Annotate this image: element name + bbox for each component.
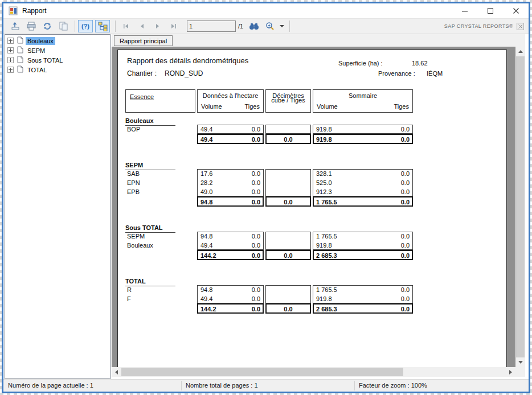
- export-button[interactable]: [8, 20, 23, 32]
- cell-value: 0.0: [215, 170, 260, 178]
- cell-value: 0.0: [361, 286, 410, 294]
- cell-value: 0.0: [361, 179, 410, 187]
- cell-value: 0.0: [361, 199, 410, 206]
- cell-value: 1 765.5: [316, 233, 367, 240]
- scroll-right-button[interactable]: [506, 367, 515, 377]
- parameter-panel-icon: (?): [81, 23, 89, 30]
- chantier-line: Chantier :ROND_SUD: [127, 69, 203, 77]
- document-icon: [17, 46, 23, 55]
- document-icon: [17, 36, 23, 45]
- cell-value: 0.0: [265, 136, 311, 143]
- branding-close-icon[interactable]: [517, 23, 524, 30]
- cell-value: 0.0: [361, 170, 410, 178]
- page-total-label: /1: [238, 23, 243, 30]
- statusbar: Numéro de la page actuelle : 1 Nombre to…: [3, 379, 529, 392]
- expand-icon[interactable]: [7, 67, 14, 73]
- cell-value: 0.0: [361, 136, 410, 143]
- tree-item-label: TOTAL: [26, 66, 48, 74]
- first-page-button[interactable]: [118, 20, 133, 32]
- sidebar-item-sepm[interactable]: SEPM: [5, 46, 110, 55]
- sidebar-item-sous-total[interactable]: Sous TOTAL: [5, 55, 110, 65]
- window-title: Rapport: [22, 7, 47, 15]
- expand-icon[interactable]: [7, 38, 14, 44]
- vertical-scroll-thumb[interactable]: [516, 56, 525, 358]
- scroll-up-button[interactable]: [515, 47, 525, 56]
- sommaire-volume-label: Volume: [317, 103, 338, 110]
- refresh-button[interactable]: [40, 20, 55, 32]
- section-rows: SEPM94.80.01 765.50.0Bouleaux49.40.0919.…: [118, 232, 506, 261]
- cell-value: 0.0: [265, 199, 311, 206]
- decimetres-line2: cube / Tiges: [266, 97, 310, 104]
- previous-page-icon: [138, 23, 145, 30]
- sidebar-item-total[interactable]: TOTAL: [5, 65, 110, 75]
- status-divider: [354, 381, 355, 390]
- chantier-value: ROND_SUD: [165, 69, 203, 77]
- cell-value: 2 685.3: [316, 252, 367, 260]
- status-current-page: Numéro de la page actuelle : 1: [8, 382, 93, 389]
- data-box: [265, 125, 311, 134]
- sommaire-title: Sommaire: [313, 92, 412, 99]
- section-rows: SAB17.60.0328.10.0EPN28.20.0525.00.0EPB4…: [118, 169, 506, 208]
- cell-value: 0.0: [215, 295, 260, 303]
- maximize-button[interactable]: [477, 3, 503, 18]
- scroll-left-button[interactable]: [112, 367, 121, 377]
- cell-value: 2 685.3: [316, 306, 367, 313]
- minimize-icon: [461, 7, 468, 14]
- provenance-label: Provenance :: [378, 70, 415, 77]
- cell-value: 0.0: [361, 295, 410, 303]
- expand-icon[interactable]: [7, 47, 14, 54]
- toggle-group-tree-button[interactable]: [95, 20, 110, 32]
- row-label: Bouleaux: [127, 242, 193, 249]
- print-button[interactable]: [24, 20, 39, 32]
- cell-value: 0.0: [265, 306, 311, 313]
- report-canvas: Rapport des détails dendrométriques Chan…: [112, 47, 515, 367]
- chantier-label: Chantier :: [127, 69, 157, 77]
- page-number-input[interactable]: [187, 20, 236, 32]
- cell-value: 0.0: [361, 306, 410, 313]
- header-decimetres: Décimètres cube / Tiges: [265, 89, 311, 113]
- minimize-button[interactable]: [452, 3, 477, 18]
- last-page-button[interactable]: [166, 20, 181, 32]
- data-box: [265, 285, 311, 303]
- vertical-scrollbar[interactable]: [515, 47, 525, 367]
- horizontal-scrollbar[interactable]: [112, 367, 515, 377]
- cell-value: 919.8: [316, 242, 367, 249]
- app-icon: [9, 6, 18, 15]
- cell-value: 0.0: [361, 188, 410, 196]
- tab-rapport-principal[interactable]: Rapport principal: [114, 35, 173, 46]
- scrollbar-corner: [515, 367, 525, 377]
- row-label: EPB: [127, 188, 193, 195]
- cell-value: 0.0: [215, 252, 260, 260]
- tree-item-label: SEPM: [26, 47, 47, 55]
- cell-value: 328.1: [316, 170, 367, 178]
- report-page: Rapport des détails dendrométriques Chan…: [117, 50, 507, 367]
- scroll-down-button[interactable]: [515, 357, 525, 367]
- zoom-dropdown-caret[interactable]: [280, 25, 284, 27]
- row-label: SEPM: [127, 233, 193, 240]
- find-button[interactable]: [247, 20, 261, 32]
- horizontal-scroll-thumb[interactable]: [121, 368, 403, 376]
- sidebar-item-bouleaux[interactable]: Bouleaux: [5, 36, 110, 46]
- status-divider: [181, 381, 182, 390]
- maximize-icon: [487, 7, 494, 14]
- copy-button[interactable]: [56, 20, 71, 32]
- sommaire-tiges-label: Tiges: [394, 103, 410, 110]
- report-title: Rapport des détails dendrométriques: [127, 56, 248, 65]
- toolbar: (?) /1: [3, 18, 529, 34]
- close-button[interactable]: [503, 3, 529, 18]
- cell-value: 912.3: [316, 188, 367, 196]
- last-page-icon: [170, 23, 177, 30]
- zoom-button[interactable]: [263, 20, 277, 32]
- superficie-value: 18.62: [412, 60, 428, 67]
- binoculars-icon: [249, 22, 259, 30]
- right-arrow-icon: [509, 370, 512, 375]
- hectare-tiges-label: Tiges: [245, 103, 260, 110]
- cell-value: 0.0: [361, 252, 410, 260]
- previous-page-button[interactable]: [134, 20, 149, 32]
- print-icon: [26, 22, 36, 31]
- next-page-button[interactable]: [150, 20, 165, 32]
- expand-icon[interactable]: [7, 57, 14, 63]
- toggle-parameter-panel-button[interactable]: (?): [78, 20, 93, 32]
- up-arrow-icon: [518, 50, 523, 53]
- cell-value: 0.0: [215, 199, 260, 206]
